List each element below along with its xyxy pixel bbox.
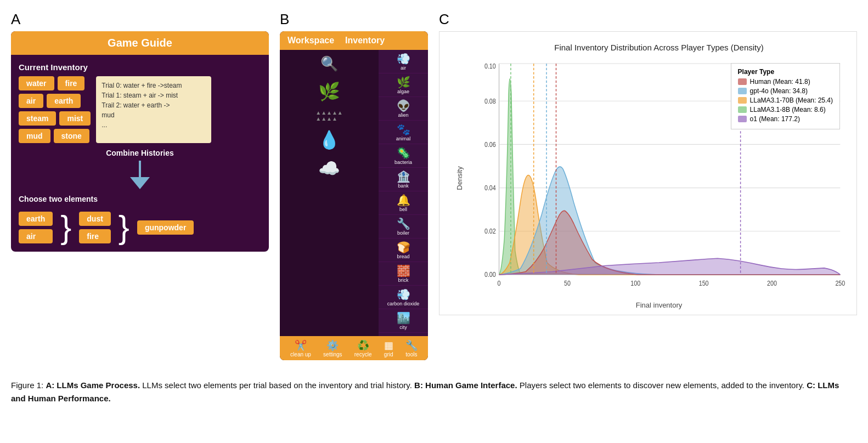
current-inventory-label: Current Inventory — [19, 63, 261, 72]
footer-recycle[interactable]: ♻️ recycle — [354, 339, 372, 357]
o1-label: o1 (Mean: 177.2) — [750, 115, 800, 123]
history-line-3: mud — [102, 110, 206, 120]
o1-swatch — [738, 116, 747, 122]
algae-label: algae — [397, 89, 409, 94]
footer-settings[interactable]: ⚙️ settings — [323, 339, 342, 357]
human-swatch — [738, 78, 747, 85]
bread-icon: 🍞 — [397, 241, 410, 254]
combine-label: Combine Histories — [106, 149, 174, 157]
svg-text:0.06: 0.06 — [484, 141, 496, 148]
inv-row: mud stone — [19, 129, 91, 143]
inv-tag-steam[interactable]: steam — [19, 111, 56, 126]
animal-label: animal — [396, 136, 411, 141]
legend-gpt4o: gpt-4o (Mean: 34.8) — [738, 87, 833, 95]
ws-item-algae: 🌿 — [318, 81, 340, 102]
inventory-sidebar: 💨 air 🌿 algae 👽 alien 🐾 — [379, 50, 428, 336]
combo-air-tag[interactable]: air — [19, 229, 53, 243]
cleanup-label: clean up — [290, 351, 311, 357]
main-container: A Game Guide Current Inventory water fir… — [11, 11, 857, 405]
svg-text:100: 100 — [630, 280, 640, 287]
bank-icon: 🏦 — [397, 170, 410, 183]
llama70b-label: LLaMA3.1-70B (Mean: 25.4) — [750, 96, 833, 104]
svg-text:200: 200 — [767, 280, 777, 287]
inv-tag-earth[interactable]: earth — [47, 94, 81, 108]
caption-bold-b: B: Human Game Interface. — [414, 380, 517, 390]
city-icon: 🏙️ — [397, 311, 410, 325]
sidebar-carbon-dioxide[interactable]: 💨 carbon dioxide — [379, 286, 428, 309]
combo-left: earth air — [19, 212, 53, 243]
footer-tools[interactable]: 🔧 tools — [405, 339, 418, 357]
combo-dust-tag[interactable]: dust — [79, 212, 111, 226]
sidebar-bread[interactable]: 🍞 bread — [379, 238, 428, 262]
sidebar-bacteria[interactable]: 🦠 bacteria — [379, 144, 428, 168]
recycle-icon: ♻️ — [357, 339, 369, 351]
history-line-2: Trail 2: water + earth -> — [102, 100, 206, 110]
combo-gunpowder-tag[interactable]: gunpowder — [137, 220, 194, 235]
llama70b-swatch — [738, 97, 747, 104]
bacteria-icon: 🦠 — [397, 146, 410, 160]
grid-icon: ▦ — [384, 339, 393, 351]
inv-tag-water[interactable]: water — [19, 76, 54, 90]
combo-earth-tag[interactable]: earth — [19, 212, 53, 226]
x-axis-label: Final inventory — [472, 301, 846, 309]
boiler-label: boiler — [397, 230, 409, 236]
sidebar-city[interactable]: 🏙️ city — [379, 309, 428, 333]
city-label: city — [399, 325, 407, 330]
tab-workspace[interactable]: Workspace — [288, 36, 334, 46]
svg-text:0: 0 — [498, 280, 501, 287]
inv-tag-fire1[interactable]: fire — [58, 76, 85, 90]
legend-human: Human (Mean: 41.8) — [738, 78, 833, 86]
sidebar-boiler[interactable]: 🔧 boiler — [379, 215, 428, 238]
panel-a-wrapper: A Game Guide Current Inventory water fir… — [11, 11, 269, 252]
inv-tag-stone[interactable]: stone — [54, 129, 89, 143]
panel-b: Workspace Inventory 🔍 🌿 ▲▲▲▲▲▲▲▲▲ 💧 ☁️ — [280, 31, 428, 360]
footer-cleanup[interactable]: ✂️ clean up — [290, 339, 311, 357]
legend-o1: o1 (Mean: 177.2) — [738, 115, 833, 123]
section-label-c: C — [439, 11, 449, 28]
history-line-4: ... — [102, 120, 206, 130]
svg-text:150: 150 — [699, 280, 709, 287]
panel-a: Game Guide Current Inventory water fire … — [11, 31, 269, 252]
sidebar-algae[interactable]: 🌿 algae — [379, 73, 428, 97]
sidebar-air[interactable]: 💨 air — [379, 50, 428, 73]
legend-llama70b: LLaMA3.1-70B (Mean: 25.4) — [738, 96, 833, 104]
tools-icon: 🔧 — [405, 339, 418, 351]
chart-container: Final Inventory Distribution Across Play… — [439, 31, 857, 315]
right-brace: } — [119, 211, 129, 244]
sidebar-bell[interactable]: 🔔 bell — [379, 191, 428, 215]
brick-icon: 🧱 — [397, 264, 410, 277]
search-icon[interactable]: 🔍 — [320, 55, 338, 72]
inv-tag-mist[interactable]: mist — [59, 111, 91, 126]
left-brace: } — [60, 211, 71, 244]
recycle-label: recycle — [354, 351, 372, 357]
inv-tag-mud[interactable]: mud — [19, 129, 50, 143]
panel-a-body: Current Inventory water fire air earth — [11, 55, 269, 252]
svg-text:0.02: 0.02 — [484, 228, 496, 235]
air-label: air — [401, 65, 406, 71]
footer-grid[interactable]: ▦ grid — [384, 339, 393, 357]
air-icon: 💨 — [397, 52, 410, 65]
tab-inventory[interactable]: Inventory — [345, 36, 385, 46]
section-label-a: A — [11, 11, 20, 28]
panel-c-wrapper: C Final Inventory Distribution Across Pl… — [439, 11, 857, 315]
sidebar-bank[interactable]: 🏦 bank — [379, 168, 428, 191]
sidebar-alien[interactable]: 👽 alien — [379, 97, 428, 121]
panels-row: A Game Guide Current Inventory water fir… — [11, 11, 857, 360]
brick-label: brick — [398, 277, 408, 283]
combo-fire-tag[interactable]: fire — [79, 229, 111, 243]
combination-area: earth air } dust fire } gunpowder — [19, 211, 261, 244]
svg-text:0.04: 0.04 — [484, 184, 496, 191]
section-label-b: B — [280, 11, 289, 28]
co2-icon: 💨 — [397, 288, 410, 301]
chart-legend: Player Type Human (Mean: 41.8) gpt-4o (M… — [731, 63, 840, 129]
history-line-0: Trial 0: water + fire ->steam — [102, 81, 206, 90]
chart-title: Final Inventory Distribution Across Play… — [472, 43, 846, 52]
history-line-1: Trial 1: steam + air -> mist — [102, 90, 206, 100]
sidebar-brick[interactable]: 🧱 brick — [379, 262, 428, 286]
bread-label: bread — [397, 254, 409, 259]
workspace-area: 🔍 🌿 ▲▲▲▲▲▲▲▲▲ 💧 ☁️ — [280, 50, 379, 336]
grid-label: grid — [384, 351, 393, 357]
inv-tag-air[interactable]: air — [19, 94, 43, 108]
sidebar-animal[interactable]: 🐾 animal — [379, 121, 428, 144]
settings-label: settings — [323, 351, 342, 357]
